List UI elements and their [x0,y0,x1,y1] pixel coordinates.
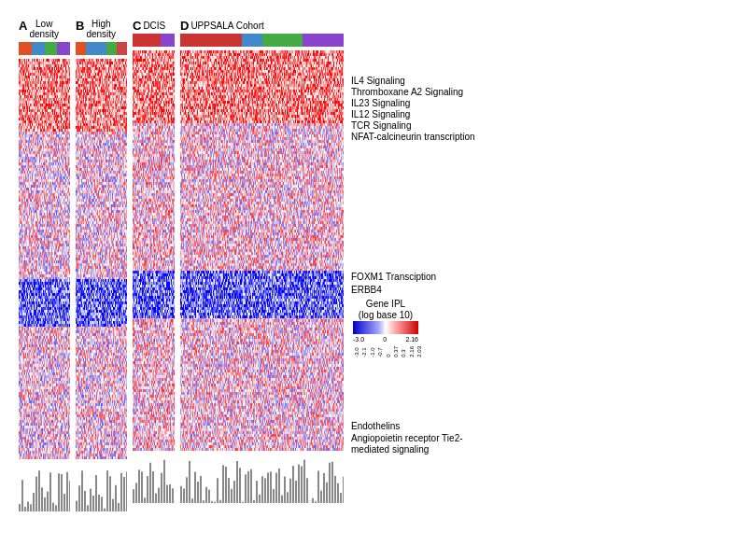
barplot-canvas-b [76,460,127,511]
heatmap-canvas-b [76,59,127,460]
annotation-text: NFAT-calcineurin transcription [351,131,475,144]
annotation-text: ERBB4 [351,284,382,297]
heatmap-canvas-a [19,59,70,460]
legend-title: Gene IPL (log base 10) [359,299,413,321]
panel-d: DUPPSALA Cohort [180,19,344,503]
panel-sublabel-d: UPPSALA Cohort [190,21,263,31]
legend-ticks: -3.002.16 [353,335,418,344]
panel-label-b: B [76,19,84,33]
color-bar-b [76,42,127,55]
panel-a: ALow density [19,19,70,511]
legend-vert-tick: 2.16 [408,346,416,357]
color-bar-c [133,34,175,47]
legend-tick-label: -3.0 [353,335,364,344]
legend-box: Gene IPL (log base 10)-3.002.16-3.0-2.1-… [353,299,418,357]
annotation-text: Endothelins [351,420,400,433]
color-bar-a [19,42,70,55]
annotation-text: mediated signaling [351,443,429,456]
legend-vert-tick: -2.1 [360,346,368,357]
legend-vert-tick: 2.03 [416,346,423,357]
annotation-text: FOXM1 Transciption [351,271,436,284]
legend-vert-tick: 0.3 [400,346,407,357]
panels-area: ALow densityBHigh densityCDCISDUPPSALA C… [19,19,344,511]
legend-vert-tick: -1.0 [369,346,376,357]
panel-b: BHigh density [76,19,127,511]
panel-c: CDCIS [133,19,175,503]
panel-sublabel-a: Low density [29,19,59,39]
figure-container: ALow densityBHigh densityCDCISDUPPSALA C… [9,9,738,551]
panel-label-a: A [19,19,27,33]
panel-sublabel-c: DCIS [143,21,165,31]
barplot-canvas-d [180,452,344,503]
panel-label-d: D [180,19,189,33]
legend-vert-tick: -0.7 [376,346,384,357]
heatmap-canvas-c [133,50,175,452]
panel-sublabel-b: High density [86,19,116,39]
heatmap-canvas-d [180,50,344,452]
barplot-canvas-c [133,452,175,503]
legend-vert-ticks: -3.0-2.1-1.0-0.700.370.32.162.03 [353,346,418,357]
barplot-canvas-a [19,460,70,511]
legend-gradient [353,321,418,334]
legend-tick-label: 2.16 [405,335,418,344]
color-bar-d [180,34,344,47]
legend-tick-label: 0 [383,335,387,344]
panel-label-c: C [133,19,141,33]
legend-vert-tick: 0 [385,346,392,357]
